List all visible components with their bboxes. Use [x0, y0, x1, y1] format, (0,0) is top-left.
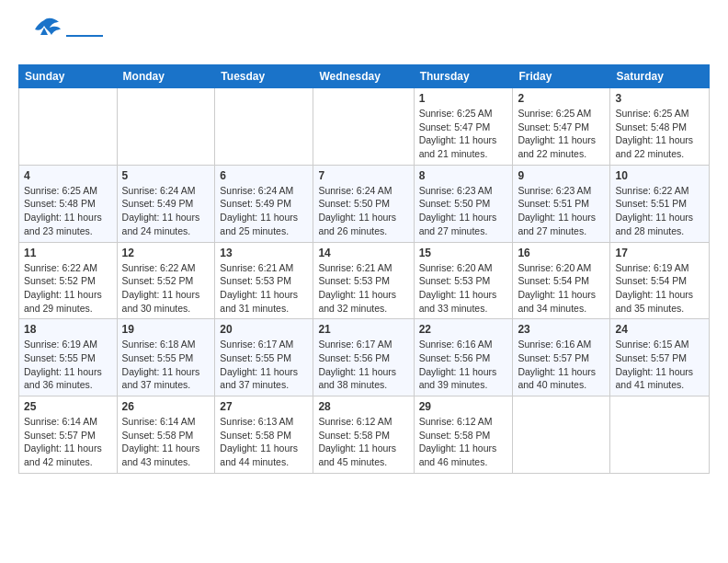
calendar-cell: 24Sunrise: 6:15 AMSunset: 5:57 PMDayligh…	[610, 319, 710, 396]
day-number: 20	[220, 323, 308, 336]
day-info: Sunrise: 6:22 AMSunset: 5:51 PMDaylight:…	[615, 184, 704, 238]
general-blue-logo-icon	[18, 15, 63, 55]
day-number: 18	[24, 323, 112, 336]
day-info: Sunrise: 6:20 AMSunset: 5:53 PMDaylight:…	[419, 261, 508, 316]
day-number: 4	[24, 169, 112, 182]
calendar-cell: 15Sunrise: 6:20 AMSunset: 5:53 PMDayligh…	[414, 242, 513, 319]
day-info: Sunrise: 6:21 AMSunset: 5:53 PMDaylight:…	[220, 261, 308, 316]
logo-area	[18, 15, 103, 55]
calendar-week-row: 25Sunrise: 6:14 AMSunset: 5:57 PMDayligh…	[19, 396, 710, 474]
day-number: 5	[122, 169, 210, 182]
column-header-thursday: Thursday	[414, 65, 513, 88]
day-info: Sunrise: 6:16 AMSunset: 5:56 PMDaylight:…	[419, 338, 508, 392]
calendar-header-row: SundayMondayTuesdayWednesdayThursdayFrid…	[19, 65, 710, 88]
day-number: 16	[518, 247, 605, 259]
calendar-cell: 13Sunrise: 6:21 AMSunset: 5:53 PMDayligh…	[215, 242, 313, 319]
day-info: Sunrise: 6:17 AMSunset: 5:55 PMDaylight:…	[220, 338, 308, 392]
day-info: Sunrise: 6:21 AMSunset: 5:53 PMDaylight:…	[318, 261, 408, 316]
day-info: Sunrise: 6:23 AMSunset: 5:51 PMDaylight:…	[518, 184, 605, 238]
calendar-cell: 1Sunrise: 6:25 AMSunset: 5:47 PMDaylight…	[414, 88, 513, 166]
column-header-monday: Monday	[117, 65, 215, 88]
day-info: Sunrise: 6:12 AMSunset: 5:58 PMDaylight:…	[318, 415, 408, 469]
day-info: Sunrise: 6:20 AMSunset: 5:54 PMDaylight:…	[518, 261, 605, 316]
day-info: Sunrise: 6:25 AMSunset: 5:47 PMDaylight:…	[419, 107, 508, 161]
day-number: 17	[615, 247, 704, 259]
day-info: Sunrise: 6:15 AMSunset: 5:57 PMDaylight:…	[615, 338, 704, 392]
day-number: 27	[220, 400, 308, 413]
day-number: 2	[518, 92, 605, 105]
calendar-cell: 12Sunrise: 6:22 AMSunset: 5:52 PMDayligh…	[117, 242, 215, 319]
page-header	[18, 15, 710, 55]
day-info: Sunrise: 6:12 AMSunset: 5:58 PMDaylight:…	[419, 415, 508, 469]
calendar-cell: 8Sunrise: 6:23 AMSunset: 5:50 PMDaylight…	[414, 165, 513, 242]
calendar-week-row: 1Sunrise: 6:25 AMSunset: 5:47 PMDaylight…	[19, 88, 710, 166]
day-info: Sunrise: 6:23 AMSunset: 5:50 PMDaylight:…	[419, 184, 508, 238]
calendar-cell: 29Sunrise: 6:12 AMSunset: 5:58 PMDayligh…	[414, 396, 513, 474]
day-info: Sunrise: 6:24 AMSunset: 5:49 PMDaylight:…	[220, 184, 308, 238]
day-number: 28	[318, 400, 408, 413]
calendar-cell	[117, 88, 215, 166]
day-info: Sunrise: 6:22 AMSunset: 5:52 PMDaylight:…	[24, 261, 112, 316]
day-info: Sunrise: 6:19 AMSunset: 5:55 PMDaylight:…	[24, 338, 112, 392]
calendar-cell	[313, 88, 414, 166]
day-number: 24	[615, 323, 704, 336]
calendar-cell: 10Sunrise: 6:22 AMSunset: 5:51 PMDayligh…	[610, 165, 710, 242]
day-number: 14	[318, 247, 408, 259]
day-number: 19	[122, 323, 210, 336]
day-number: 29	[419, 400, 508, 413]
day-info: Sunrise: 6:24 AMSunset: 5:50 PMDaylight:…	[318, 184, 408, 238]
day-number: 26	[122, 400, 210, 413]
column-header-friday: Friday	[513, 65, 610, 88]
calendar-cell: 25Sunrise: 6:14 AMSunset: 5:57 PMDayligh…	[19, 396, 118, 474]
day-info: Sunrise: 6:14 AMSunset: 5:57 PMDaylight:…	[24, 415, 112, 469]
day-info: Sunrise: 6:16 AMSunset: 5:57 PMDaylight:…	[518, 338, 605, 392]
day-number: 6	[220, 169, 308, 182]
day-number: 8	[419, 169, 508, 182]
day-info: Sunrise: 6:17 AMSunset: 5:56 PMDaylight:…	[318, 338, 408, 392]
calendar-cell: 18Sunrise: 6:19 AMSunset: 5:55 PMDayligh…	[19, 319, 118, 396]
calendar-cell: 4Sunrise: 6:25 AMSunset: 5:48 PMDaylight…	[19, 165, 118, 242]
calendar-cell: 9Sunrise: 6:23 AMSunset: 5:51 PMDaylight…	[513, 165, 610, 242]
calendar-cell	[19, 88, 118, 166]
day-info: Sunrise: 6:13 AMSunset: 5:58 PMDaylight:…	[220, 415, 308, 469]
column-header-wednesday: Wednesday	[313, 65, 414, 88]
day-number: 10	[615, 169, 704, 182]
day-number: 9	[518, 169, 605, 182]
day-number: 15	[419, 247, 508, 259]
day-info: Sunrise: 6:18 AMSunset: 5:55 PMDaylight:…	[122, 338, 210, 392]
column-header-sunday: Sunday	[19, 65, 118, 88]
calendar-cell	[215, 88, 313, 166]
calendar-cell: 11Sunrise: 6:22 AMSunset: 5:52 PMDayligh…	[19, 242, 118, 319]
calendar-cell: 22Sunrise: 6:16 AMSunset: 5:56 PMDayligh…	[414, 319, 513, 396]
day-number: 12	[122, 247, 210, 259]
column-header-tuesday: Tuesday	[215, 65, 313, 88]
day-number: 25	[24, 400, 112, 413]
day-info: Sunrise: 6:22 AMSunset: 5:52 PMDaylight:…	[122, 261, 210, 316]
calendar-cell	[513, 396, 610, 474]
calendar-cell: 14Sunrise: 6:21 AMSunset: 5:53 PMDayligh…	[313, 242, 414, 319]
day-info: Sunrise: 6:19 AMSunset: 5:54 PMDaylight:…	[615, 261, 704, 316]
day-info: Sunrise: 6:25 AMSunset: 5:48 PMDaylight:…	[24, 184, 112, 238]
calendar-cell: 21Sunrise: 6:17 AMSunset: 5:56 PMDayligh…	[313, 319, 414, 396]
calendar-cell: 3Sunrise: 6:25 AMSunset: 5:48 PMDaylight…	[610, 88, 710, 166]
calendar-cell: 5Sunrise: 6:24 AMSunset: 5:49 PMDaylight…	[117, 165, 215, 242]
calendar-week-row: 4Sunrise: 6:25 AMSunset: 5:48 PMDaylight…	[19, 165, 710, 242]
calendar-cell: 23Sunrise: 6:16 AMSunset: 5:57 PMDayligh…	[513, 319, 610, 396]
day-number: 23	[518, 323, 605, 336]
calendar-week-row: 18Sunrise: 6:19 AMSunset: 5:55 PMDayligh…	[19, 319, 710, 396]
day-number: 11	[24, 247, 112, 259]
calendar-cell: 19Sunrise: 6:18 AMSunset: 5:55 PMDayligh…	[117, 319, 215, 396]
calendar-cell: 6Sunrise: 6:24 AMSunset: 5:49 PMDaylight…	[215, 165, 313, 242]
calendar-table: SundayMondayTuesdayWednesdayThursdayFrid…	[18, 64, 710, 474]
day-info: Sunrise: 6:14 AMSunset: 5:58 PMDaylight:…	[122, 415, 210, 469]
calendar-cell: 26Sunrise: 6:14 AMSunset: 5:58 PMDayligh…	[117, 396, 215, 474]
calendar-cell: 17Sunrise: 6:19 AMSunset: 5:54 PMDayligh…	[610, 242, 710, 319]
calendar-cell: 27Sunrise: 6:13 AMSunset: 5:58 PMDayligh…	[215, 396, 313, 474]
day-number: 7	[318, 169, 408, 182]
day-number: 22	[419, 323, 508, 336]
day-info: Sunrise: 6:25 AMSunset: 5:47 PMDaylight:…	[518, 107, 605, 161]
calendar-cell	[610, 396, 710, 474]
calendar-week-row: 11Sunrise: 6:22 AMSunset: 5:52 PMDayligh…	[19, 242, 710, 319]
day-number: 21	[318, 323, 408, 336]
day-info: Sunrise: 6:25 AMSunset: 5:48 PMDaylight:…	[615, 107, 704, 161]
